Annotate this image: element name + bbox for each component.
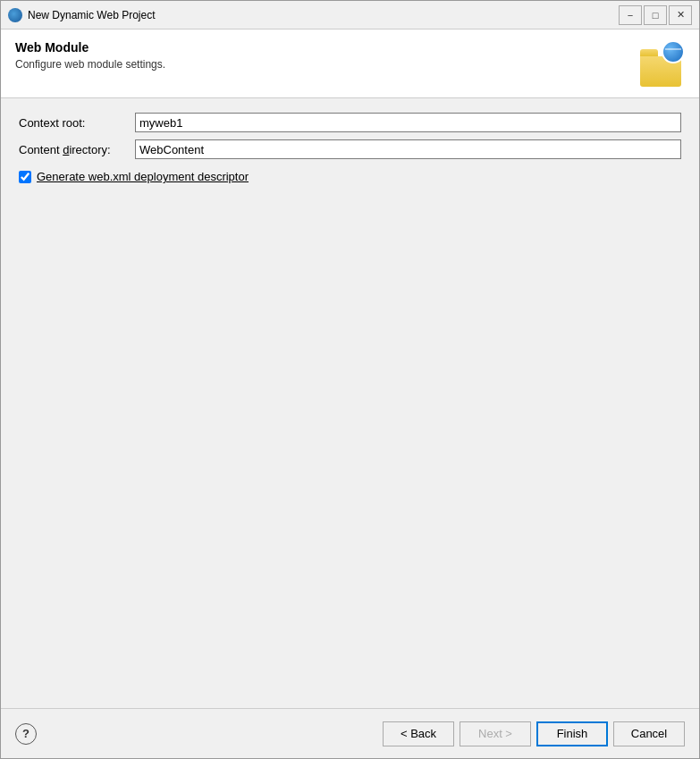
checkbox-row: Generate web.xml deployment descriptor xyxy=(19,170,681,183)
header-title: Web Module xyxy=(15,40,631,55)
content-area: Context root: Content directory: Generat… xyxy=(1,98,699,708)
maximize-button[interactable]: □ xyxy=(644,5,667,25)
generate-xml-label[interactable]: Generate web.xml deployment descriptor xyxy=(37,170,249,183)
web-module-icon xyxy=(638,40,685,87)
dialog-window: New Dynamic Web Project − □ ✕ Web Module… xyxy=(0,0,700,759)
globe-icon xyxy=(662,40,685,63)
title-bar-controls: − □ ✕ xyxy=(619,5,692,25)
back-button[interactable]: < Back xyxy=(383,721,454,746)
header-section: Web Module Configure web module settings… xyxy=(1,30,699,98)
close-button[interactable]: ✕ xyxy=(669,5,692,25)
context-root-row: Context root: xyxy=(19,113,681,132)
window-title: New Dynamic Web Project xyxy=(28,9,619,21)
footer: ? < Back Next > Finish Cancel xyxy=(1,708,699,758)
footer-buttons: < Back Next > Finish Cancel xyxy=(383,721,685,746)
minimize-button[interactable]: − xyxy=(619,5,642,25)
next-button[interactable]: Next > xyxy=(460,721,531,746)
header-subtitle: Configure web module settings. xyxy=(15,58,631,71)
help-button[interactable]: ? xyxy=(15,723,37,745)
header-text: Web Module Configure web module settings… xyxy=(15,40,631,71)
content-directory-row: Content directory: xyxy=(19,139,681,159)
title-bar: New Dynamic Web Project − □ ✕ xyxy=(1,1,699,30)
content-directory-input[interactable] xyxy=(135,139,681,159)
content-directory-label: Content directory: xyxy=(19,143,135,156)
context-root-label: Context root: xyxy=(19,116,135,130)
context-root-input[interactable] xyxy=(135,113,681,132)
folder-tab xyxy=(640,49,658,56)
finish-button[interactable]: Finish xyxy=(536,721,608,746)
window-icon xyxy=(8,8,22,22)
generate-xml-checkbox[interactable] xyxy=(19,171,31,183)
cancel-button[interactable]: Cancel xyxy=(613,721,685,746)
